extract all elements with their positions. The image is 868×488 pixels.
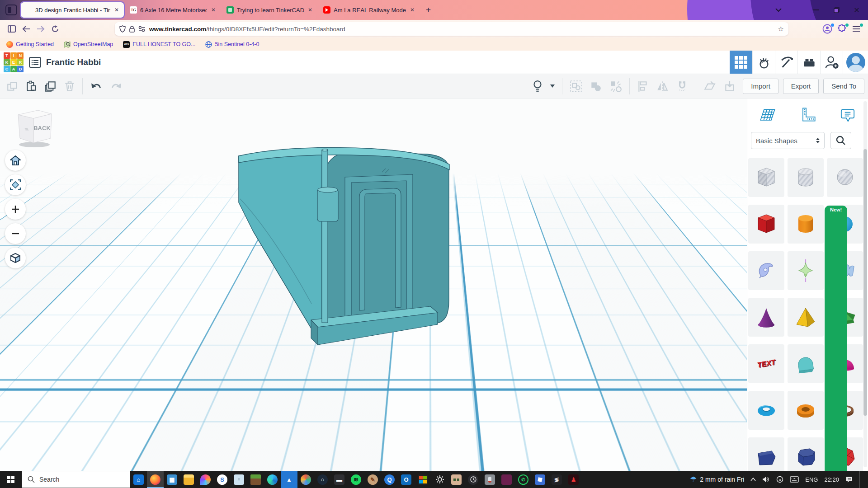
bookmark-openstreetmap[interactable]: OpenStreetMap [64,41,113,48]
settings-button[interactable]: Settings [698,443,738,455]
taskbar-app-red-game[interactable]: ♟ [565,471,582,488]
3d-canvas[interactable]: BACK /// ❯ Settings Snap Grid 0.1 mm Bas… [0,99,868,471]
notification-center-icon[interactable] [845,476,853,483]
back-button[interactable] [19,22,33,36]
shape-text[interactable]: TEXTTEXT [748,344,784,383]
taskbar-app-clock[interactable] [465,471,481,488]
mirror-icon[interactable] [656,80,669,93]
shape-polygon[interactable] [748,437,784,471]
taskbar-app-purple[interactable] [498,471,515,488]
design-title[interactable]: Frantic Habbi [46,57,101,67]
forward-button[interactable] [33,22,48,36]
extensions-puzzle-icon[interactable] [835,22,849,36]
firefox-view-button[interactable] [5,5,17,15]
taskbar-app-sketchup[interactable]: S [214,471,231,488]
select-group-icon[interactable] [570,80,582,93]
new-tab-button[interactable]: + [421,5,435,15]
taskbar-app-settings[interactable] [431,471,448,488]
fit-view-button[interactable] [5,174,26,195]
tab-close-icon[interactable]: ✕ [409,7,415,13]
tray-volume-icon[interactable] [762,476,770,483]
shape-torus[interactable] [748,391,784,430]
reload-button[interactable] [48,22,62,36]
shape-search-button[interactable] [830,132,851,149]
align-icon[interactable] [637,80,649,93]
taskbar-weather[interactable]: ☂2 mm of rain Fri [690,475,744,484]
taskbar-app-spotify[interactable]: ≋ [348,471,364,488]
notes-button[interactable] [835,102,861,128]
taskbar-app-video-editor[interactable]: ▦ [164,471,180,488]
taskbar-app-steam[interactable]: ○ [314,471,331,488]
ruler-helper-button[interactable] [795,102,821,128]
tab-youtube[interactable]: Am I a REAL Railway Modeller? ✕ [319,2,420,18]
taskbar-app-dark-game[interactable]: ▬ [331,471,348,488]
taskbar-app-firefox[interactable] [147,471,164,488]
snap-grid-dropdown[interactable]: 0.1 mm [704,458,739,470]
tray-language[interactable]: ENG [805,476,818,483]
undo-icon[interactable] [90,81,103,92]
lightbulb-dropdown-caret[interactable] [550,84,555,88]
zoom-out-button[interactable] [5,223,26,244]
taskbar-app-notepad[interactable]: ≡ [231,471,247,488]
bookmark-star-icon[interactable]: ☆ [778,25,784,33]
copy-icon[interactable] [6,80,18,92]
tab-learn-tinkercad[interactable]: Trying to learn TinkerCAD - Wo ✕ [222,2,317,18]
shape-sphere-hole[interactable] [827,158,863,197]
import-button[interactable]: Import [743,79,778,94]
shape-box[interactable] [748,205,784,244]
zoom-in-button[interactable] [5,199,26,220]
sidebar-toggle-icon[interactable] [5,22,19,36]
bookmark-sentinel[interactable]: 5in Sentinel 0-4-0 [205,41,259,48]
perspective-toggle-button[interactable] [5,248,26,268]
group-icon[interactable] [590,80,602,93]
taskbar-app-3d-viewer[interactable]: ▲ [281,471,297,488]
taskbar-app-outlook[interactable]: O [398,471,415,488]
view-cube[interactable]: BACK /// [12,107,55,150]
tinkercad-logo[interactable]: TIN KER CAD [4,52,24,72]
workplane-helper-button[interactable] [755,102,781,128]
minecraft-blocks-button[interactable] [775,51,797,74]
taskbar-app-voice-recorder[interactable] [481,471,498,488]
tab-close-icon[interactable]: ✕ [307,7,313,13]
panel-scrollbar[interactable] [863,101,867,467]
export-button[interactable]: Export [783,79,819,94]
redo-icon[interactable] [110,81,123,92]
tray-chevron-up-icon[interactable] [750,478,756,481]
shield-icon[interactable] [119,25,126,33]
home-view-button[interactable] [5,150,26,171]
taskbar-app-dark-game-2[interactable]: ≶ [548,471,565,488]
tray-keyboard-icon[interactable] [790,476,799,483]
shape-cylinder-hole[interactable] [788,158,824,197]
show-all-lightbulb-icon[interactable] [532,80,543,93]
magnet-snap-icon[interactable] [676,80,689,93]
taskbar-app-whatsapp[interactable]: ✆ [515,471,532,488]
taskbar-app-edge[interactable] [264,471,281,488]
shape-revolve[interactable] [788,251,824,290]
view-grid-button[interactable] [730,51,752,74]
delete-icon[interactable] [64,80,75,92]
tab-overflow-chevron-icon[interactable] [769,0,788,20]
bookmark-wix-site[interactable]: WIXFULL HONEST TO GO... [123,41,195,48]
taskbar-app-art-tools[interactable]: ✎ [364,471,381,488]
taskbar-app-file-explorer[interactable] [180,471,197,488]
bookmark-getting-started[interactable]: Getting Started [6,41,54,48]
taskbar-app-minecraft[interactable] [247,471,264,488]
tab-tinkercad-design[interactable]: 3D design Frantic Habbi - Tinke ✕ [21,2,124,18]
url-bar[interactable]: www.tinkercad.com/things/0ID8XFfx5UF/edi… [115,22,788,36]
shape-hexagonal-prism[interactable] [788,437,824,471]
taskbar-app-minecraft-launcher[interactable] [448,471,465,488]
tab-close-icon[interactable]: ✕ [113,7,120,13]
taskbar-app-microsoft-365[interactable] [415,471,431,488]
shape-category-select[interactable]: Basic Shapes [751,132,825,149]
ungroup-icon[interactable] [609,80,622,93]
workplane-tool-icon[interactable] [703,80,716,93]
tray-clock[interactable]: 22:20 [824,476,839,483]
model-train-wagon[interactable] [228,146,454,359]
design-menu-icon[interactable] [29,57,41,68]
tray-ime-icon[interactable]: a [776,476,783,483]
account-icon[interactable] [820,22,835,36]
window-minimize-button[interactable] [806,0,826,20]
shape-pyramid[interactable] [788,298,824,337]
shape-cylinder[interactable] [788,205,824,244]
start-button[interactable] [0,471,22,488]
